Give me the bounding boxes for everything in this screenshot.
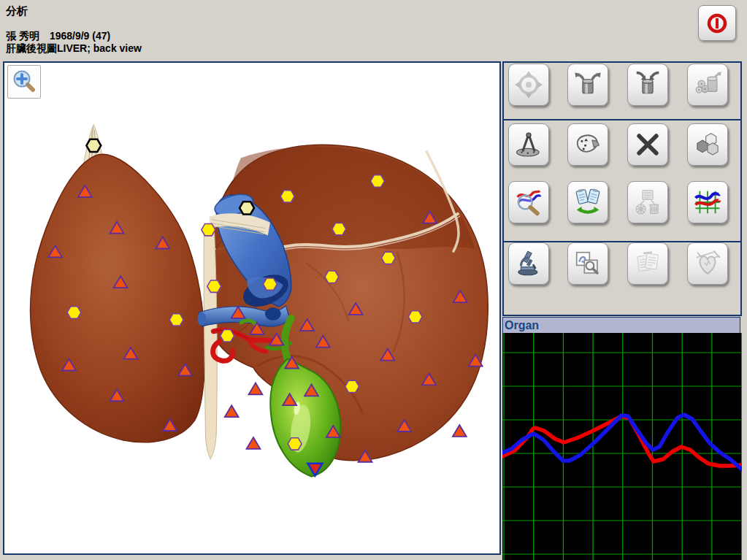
tool-button-compare[interactable] xyxy=(567,181,608,223)
patient-info: 張 秀明 1968/9/9 (47) xyxy=(6,30,110,43)
hexagon-marker-selected[interactable] xyxy=(86,139,101,152)
triangle-marker[interactable] xyxy=(453,291,467,302)
hexagon-marker[interactable] xyxy=(221,330,234,342)
hexagon-marker[interactable] xyxy=(67,307,81,318)
organ-view-label: 肝臟後視圖LIVER; back view xyxy=(6,42,142,55)
image-preview-icon xyxy=(573,249,602,278)
hexagon-marker[interactable] xyxy=(280,191,294,202)
hexagon-marker-selected[interactable] xyxy=(240,202,254,214)
triangle-marker[interactable] xyxy=(397,420,411,431)
tool-button-delete[interactable] xyxy=(627,123,668,166)
hexagon-marker[interactable] xyxy=(332,223,346,234)
triangle-marker[interactable] xyxy=(249,383,263,394)
delete-x-icon xyxy=(633,130,662,159)
clipboard-recycle-icon xyxy=(633,188,662,217)
measure-caliper-icon xyxy=(514,130,543,159)
triangle-marker[interactable] xyxy=(300,319,314,331)
heart-grid-icon xyxy=(693,249,722,278)
triangle-marker[interactable] xyxy=(231,307,245,318)
organ-waveform-chart xyxy=(502,333,742,560)
triangle-marker[interactable] xyxy=(110,222,124,234)
triangle-marker[interactable] xyxy=(269,334,283,345)
triangle-marker[interactable] xyxy=(380,349,394,361)
organ-panel-label: Organ xyxy=(505,319,539,331)
hexagon-marker[interactable] xyxy=(202,223,215,235)
triangle-marker[interactable] xyxy=(114,276,128,288)
tool-button-select-region[interactable] xyxy=(567,123,608,166)
hexagon-marker[interactable] xyxy=(371,175,385,187)
triangle-marker[interactable] xyxy=(422,373,436,385)
select-region-icon xyxy=(573,130,602,159)
organ-panel-header: Organ xyxy=(502,317,740,333)
hexagon-marker[interactable] xyxy=(207,280,221,292)
hexagon-markers-icon xyxy=(693,130,722,159)
hexagon-marker[interactable] xyxy=(381,252,395,264)
triangle-marker[interactable] xyxy=(250,323,264,334)
hexagon-marker[interactable] xyxy=(345,380,359,392)
triangle-marker[interactable] xyxy=(124,348,138,359)
triangle-marker[interactable] xyxy=(316,336,330,348)
tool-button-heart-grid[interactable] xyxy=(687,242,728,285)
hexagon-marker[interactable] xyxy=(325,271,339,283)
tool-button-specimen[interactable] xyxy=(687,64,728,106)
tool-button-analyze-waves[interactable] xyxy=(508,181,549,223)
zoom-tool-button[interactable] xyxy=(7,65,41,99)
page-title: 分析 xyxy=(6,4,28,18)
power-off-icon xyxy=(705,11,729,36)
triangle-down-marker[interactable] xyxy=(308,464,323,476)
triangle-marker[interactable] xyxy=(285,357,299,369)
hexagon-marker[interactable] xyxy=(169,314,183,326)
tool-button-hexagon-markers[interactable] xyxy=(687,123,728,166)
triangle-marker[interactable] xyxy=(110,389,124,401)
triangle-marker[interactable] xyxy=(178,364,192,376)
tool-button-pour-in[interactable] xyxy=(627,64,668,106)
tool-button-image-preview[interactable] xyxy=(567,242,608,285)
analyze-waves-magnifier-icon xyxy=(514,188,543,217)
triangle-marker[interactable] xyxy=(156,237,169,249)
tool-button-crosshair-rotate[interactable] xyxy=(508,64,549,106)
triangle-marker[interactable] xyxy=(304,384,318,396)
triangle-marker[interactable] xyxy=(48,246,62,258)
container-specimen-icon xyxy=(693,70,722,99)
anatomy-canvas[interactable] xyxy=(3,61,501,555)
triangle-marker[interactable] xyxy=(225,405,239,417)
notes-icon xyxy=(633,249,662,278)
triangle-marker[interactable] xyxy=(78,185,92,197)
tool-button-wave-chart[interactable] xyxy=(687,181,728,223)
container-pour-in-icon xyxy=(633,70,662,99)
tool-button-measure[interactable] xyxy=(508,123,549,166)
container-pour-out-icon xyxy=(573,70,602,99)
compare-clipboards-icon xyxy=(573,188,602,217)
microscope-icon xyxy=(514,249,543,278)
triangle-marker[interactable] xyxy=(62,359,76,371)
triangle-marker[interactable] xyxy=(453,425,467,437)
tool-button-clipboard-recycle[interactable] xyxy=(627,181,668,223)
crosshair-rotate-icon xyxy=(514,70,543,99)
triangle-marker[interactable] xyxy=(247,437,261,449)
triangle-marker[interactable] xyxy=(359,450,372,462)
triangle-marker[interactable] xyxy=(469,355,483,367)
hexagon-marker[interactable] xyxy=(288,438,302,450)
close-button[interactable] xyxy=(698,5,736,41)
marker-layer xyxy=(4,63,499,553)
tool-button-notes[interactable] xyxy=(627,242,668,285)
zoom-in-magnifier-icon xyxy=(10,68,38,96)
triangle-marker[interactable] xyxy=(326,426,340,437)
panel-separator xyxy=(504,119,740,120)
wave-grid-chart-icon xyxy=(693,188,722,217)
hexagon-marker[interactable] xyxy=(408,311,422,323)
triangle-marker[interactable] xyxy=(423,212,437,223)
hexagon-marker[interactable] xyxy=(263,278,277,290)
tool-button-microscope[interactable] xyxy=(508,242,549,285)
tool-button-pour-out[interactable] xyxy=(567,64,608,106)
triangle-marker[interactable] xyxy=(163,419,177,431)
triangle-marker[interactable] xyxy=(349,303,363,315)
triangle-marker[interactable] xyxy=(283,394,296,405)
